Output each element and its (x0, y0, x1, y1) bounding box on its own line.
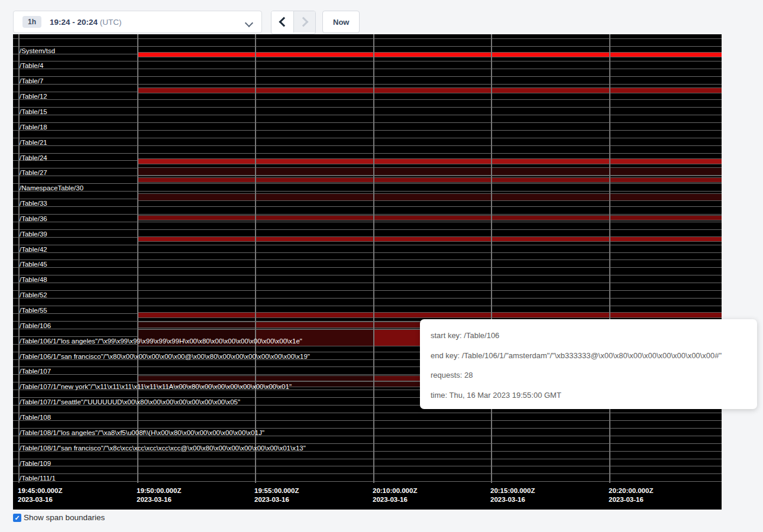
heat-band[interactable] (137, 312, 722, 318)
row-label: /Table/36 (20, 215, 47, 222)
row-label: /Table/111/1 (20, 475, 56, 482)
row-label: /Table/107/1/"seattle"/"UUUUUUD\x00\x80\… (20, 398, 240, 406)
span-boundary-line (13, 176, 722, 176)
row-label: /Table/108 (20, 414, 51, 421)
heat-band[interactable] (137, 167, 722, 176)
time-axis-date: 2023-03-16 (254, 495, 299, 504)
span-boundary-line (13, 153, 722, 154)
time-toolbar: 1h 19:24 - 20:24 (UTC) Now (0, 0, 763, 34)
span-boundary-line (13, 107, 722, 108)
span-boundary-line (13, 191, 722, 192)
heat-band[interactable] (137, 87, 722, 93)
time-axis-label: 20:20:00.000Z2023-03-16 (609, 486, 653, 504)
span-boundary-line (13, 69, 722, 69)
key-visualizer-page: 1h 19:24 - 20:24 (UTC) Now /System/tsd/T… (0, 0, 763, 532)
chevron-right-icon (299, 17, 309, 27)
span-boundary-line (13, 428, 722, 429)
span-boundary-line (13, 306, 722, 306)
row-label: /Table/27 (20, 169, 47, 176)
key-visualizer-canvas[interactable]: /System/tsd/Table/4/Table/7/Table/12/Tab… (13, 34, 722, 510)
heat-band[interactable] (137, 215, 722, 220)
time-gridline (137, 34, 138, 483)
span-boundary-line (13, 222, 722, 222)
row-label: /Table/7 (20, 77, 43, 85)
span-boundary-line (13, 252, 722, 253)
time-axis-label: 19:55:00.000Z2023-03-16 (254, 486, 299, 504)
span-boundary-line (13, 259, 722, 260)
row-label: /Table/55 (20, 307, 47, 314)
span-boundary-line (13, 466, 722, 466)
span-boundary-line (13, 267, 722, 268)
span-boundary-line (13, 122, 722, 123)
now-button[interactable]: Now (322, 11, 360, 33)
time-axis-date: 2023-03-16 (373, 495, 417, 504)
span-boundary-line (13, 298, 722, 299)
tooltip-time: time: Thu, 16 Mar 2023 19:55:00 GMT (431, 385, 749, 406)
row-label: /Table/24 (20, 154, 47, 161)
show-span-boundaries-label[interactable]: Show span boundaries (24, 513, 105, 522)
prev-time-button[interactable] (271, 11, 293, 33)
span-boundary-line (13, 206, 722, 207)
span-boundary-line (13, 183, 722, 184)
time-gridline (373, 34, 374, 483)
next-time-button[interactable] (293, 11, 315, 33)
row-label: /System/tsd (20, 47, 55, 54)
row-label: /Table/4 (20, 62, 43, 69)
row-label: /Table/106/1/"san francisco"/"\x80\x00\x… (20, 353, 310, 360)
span-boundary-line (13, 459, 722, 459)
span-boundary-line (13, 99, 722, 100)
span-boundary-line (13, 290, 722, 291)
heat-band[interactable] (137, 193, 722, 201)
range-text: 19:24 - 20:24 (UTC) (50, 18, 122, 27)
chevron-left-icon (279, 17, 289, 27)
row-label: /Table/106 (20, 322, 51, 329)
span-boundary-line (13, 443, 722, 444)
time-gridline (255, 34, 256, 483)
heat-band[interactable] (137, 177, 722, 183)
footer: ✓ Show span boundaries (13, 513, 105, 522)
span-boundary-line (13, 420, 722, 421)
span-boundary-line (13, 214, 722, 215)
span-tooltip: start key: /Table/106 end key: /Table/10… (420, 319, 757, 409)
row-label: /Table/48 (20, 276, 47, 283)
heat-band[interactable] (137, 158, 722, 164)
span-boundary-line (13, 245, 722, 245)
span-boundary-line (13, 38, 722, 39)
row-label: /Table/21 (20, 139, 47, 146)
time-nav-group (271, 11, 316, 34)
row-label: /Table/106/1/"los angeles"/"\x99\x99\x99… (20, 338, 302, 345)
time-axis-date: 2023-03-16 (18, 495, 62, 504)
row-label: /Table/18 (20, 124, 47, 131)
check-icon: ✓ (14, 514, 20, 522)
tooltip-end-key: end key: /Table/106/1/"amsterdam"/"\xb33… (431, 346, 749, 366)
heat-band[interactable] (137, 52, 722, 57)
row-label: /NamespaceTable/30 (20, 184, 83, 192)
span-boundary-line (13, 61, 722, 61)
row-label: /Table/33 (20, 200, 47, 207)
span-boundary-line (13, 84, 722, 85)
row-label: /Table/15 (20, 108, 47, 115)
tooltip-start-key: start key: /Table/106 (431, 326, 749, 346)
time-range-selector[interactable]: 1h 19:24 - 20:24 (UTC) (13, 11, 262, 33)
span-boundary-line (13, 473, 722, 474)
heat-band[interactable] (137, 236, 722, 242)
heat-band[interactable] (137, 322, 255, 328)
span-boundary-line (13, 145, 722, 146)
time-axis-date: 2023-03-16 (137, 495, 181, 504)
tooltip-requests: requests: 28 (431, 365, 749, 385)
range-utc-suffix: (UTC) (100, 18, 122, 27)
row-label: /Table/107/1/"new york"/"\x11\x11\x11\x1… (20, 383, 292, 390)
row-label: /Table/12 (20, 93, 47, 100)
time-axis-date: 2023-03-16 (490, 495, 535, 504)
row-label: /Table/108/1/"san francisco"/"\x8c\xcc\x… (20, 445, 306, 452)
time-gridline (609, 34, 610, 483)
row-label: /Table/42 (20, 246, 47, 253)
span-boundary-line (13, 76, 722, 77)
row-label: /Table/52 (20, 291, 47, 299)
show-span-boundaries-checkbox[interactable]: ✓ (13, 514, 21, 522)
time-gridline (491, 34, 492, 483)
time-axis-label: 20:15:00.000Z2023-03-16 (490, 486, 535, 504)
span-boundary-line (13, 229, 722, 230)
row-label: /Table/109 (20, 460, 51, 467)
time-axis-label: 19:50:00.000Z2023-03-16 (137, 486, 181, 504)
